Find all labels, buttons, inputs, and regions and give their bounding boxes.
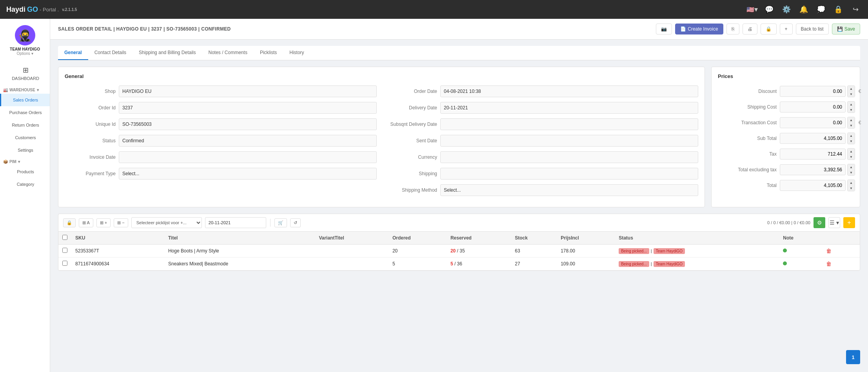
status-select[interactable]: Confirmed [119,135,377,147]
message-icon[interactable]: 💭 [815,3,827,16]
tab-picklists[interactable]: Picklists [254,46,283,60]
toolbar-cart-button[interactable]: 🛒 [274,218,287,227]
total-input[interactable] [780,180,846,191]
return-orders-label: Return Orders [12,123,39,127]
order-date-input[interactable] [440,85,698,97]
sidebar-item-sales-orders[interactable]: Sales Orders [0,94,50,106]
tab-shipping-billing[interactable]: Shipping and Billing Details [133,46,202,60]
toolbar-add-row-button[interactable]: ⊞ + [96,218,111,227]
print-button[interactable]: 🖨 [743,24,757,34]
row2-checkbox[interactable] [62,261,67,266]
invoice-date-label: Invoice Date [65,154,116,160]
transaction-cost-input[interactable] [780,117,846,128]
subsqnt-delivery-date-row: Subsqnt Delivery Date [386,118,698,130]
tabs: General Contact Details Shipping and Bil… [58,46,860,60]
category-label: Category [17,182,35,187]
tab-history[interactable]: History [283,46,310,60]
toolbar-list-view-button[interactable]: ☰ ▾ [828,217,840,228]
add-button[interactable]: + [780,24,793,34]
sub-total-down-btn[interactable]: ▼ [848,138,855,144]
toolbar-refresh-button[interactable]: ↺ [290,218,301,227]
lock-header-button[interactable]: 🔒 [761,24,777,34]
avatar-section: 🥷 TEAM HAYDIGO Options ▾ [10,25,40,56]
transaction-cost-up-btn[interactable]: ▲ [848,117,855,123]
discount-input[interactable] [780,86,846,97]
tab-notes-comments[interactable]: Notes / Comments [202,46,254,60]
lock-icon[interactable]: 🔒 [832,3,844,16]
delivery-date-input[interactable] [440,102,698,114]
logo-go: GO [27,5,38,14]
transaction-cost-label: Transaction Cost [718,120,777,125]
page-number-button[interactable]: 1 [846,350,860,364]
shipping-input[interactable] [440,168,698,180]
shop-input[interactable] [119,85,377,97]
sub-total-input[interactable] [780,133,846,144]
sidebar-item-settings[interactable]: Settings [0,144,50,156]
sent-date-input[interactable] [440,135,698,147]
row2-note [779,258,820,270]
camera-button[interactable]: 📷 [656,24,672,34]
flag-icon[interactable]: 🇺🇸 ▾ [746,3,758,16]
status-row: Status Confirmed [65,135,377,147]
tax-up-btn[interactable]: ▲ [848,149,855,154]
copy-button[interactable]: ⎘ [726,24,739,34]
total-excl-tax-up-btn[interactable]: ▲ [848,164,855,170]
toolbar-add-yellow-button[interactable]: + [843,217,855,228]
save-button[interactable]: 💾 Save [832,24,860,34]
subsqnt-delivery-date-input[interactable] [440,118,698,130]
sidebar-item-purchase-orders[interactable]: Purchase Orders [0,106,50,119]
unique-id-input[interactable] [119,118,377,130]
tab-contact-details[interactable]: Contact Details [88,46,133,60]
toolbar-remove-row-button[interactable]: ⊞ − [114,218,128,227]
invoice-date-input[interactable] [119,151,377,163]
sidebar-warehouse-header[interactable]: 🏭 WAREHOUSE ▾ [0,85,50,94]
settings-icon[interactable]: ⚙️ [780,3,793,16]
total-excl-tax-down-btn[interactable]: ▼ [848,170,855,175]
sidebar-item-return-orders[interactable]: Return Orders [0,119,50,131]
total-excl-tax-input-wrap: ▲ ▼ [780,164,855,176]
options-button[interactable]: Options ▾ [16,51,33,56]
discount-down-btn[interactable]: ▼ [848,91,855,97]
toolbar-label-a-button[interactable]: ⊞ A [79,218,93,227]
row1-checkbox[interactable] [62,248,67,253]
back-to-list-button[interactable]: Back to list [796,24,829,34]
tax-input[interactable] [780,149,846,160]
shipping-cost-input[interactable] [780,102,846,113]
select-all-checkbox[interactable] [62,235,67,240]
total-excl-tax-label: Total excluding tax [718,167,777,172]
order-id-input[interactable] [119,102,377,114]
header-ordered: Ordered [389,232,447,245]
tax-down-btn[interactable]: ▼ [848,154,855,160]
bell-icon[interactable]: 🔔 [797,3,810,16]
currency-input[interactable] [440,151,698,163]
transaction-currency: € [857,120,863,125]
total-up-btn[interactable]: ▲ [848,180,855,185]
sidebar-item-customers[interactable]: Customers [0,131,50,144]
payment-type-select[interactable]: Select... [119,168,377,180]
sidebar-item-category[interactable]: Category [0,178,50,191]
sub-total-up-btn[interactable]: ▲ [848,133,855,138]
dashboard-icon: ⊞ [23,66,29,74]
total-excl-tax-input[interactable] [780,164,846,175]
create-invoice-button[interactable]: 📄 Create Invoice [675,24,723,34]
sidebar-pim-header[interactable]: 📦 PIM ▾ [0,156,50,165]
chat-icon[interactable]: 💬 [763,3,775,16]
shipping-cost-up-btn[interactable]: ▲ [848,102,855,107]
delivery-date-row: Delivery Date [386,102,698,114]
unique-id-label: Unique Id [65,122,116,127]
transaction-cost-down-btn[interactable]: ▼ [848,123,855,128]
discount-up-btn[interactable]: ▲ [848,86,855,91]
total-down-btn[interactable]: ▼ [848,185,855,191]
tab-general[interactable]: General [58,46,88,60]
row2-delete-button[interactable]: 🗑 [824,260,834,268]
shipping-method-select[interactable]: Select... [440,184,698,196]
toolbar-green-button[interactable]: ⚙ [814,217,825,228]
signout-icon[interactable]: ↪ [849,3,862,16]
toolbar-picklist-select[interactable]: Selecteer picklijst voor +... [131,217,202,228]
row1-delete-button[interactable]: 🗑 [824,247,834,255]
toolbar-lock-button[interactable]: 🔒 [63,218,76,227]
toolbar-date-input[interactable] [205,217,266,228]
shipping-cost-down-btn[interactable]: ▼ [848,107,855,113]
sidebar-item-dashboard[interactable]: ⊞ DASHBOARD [0,62,50,85]
sidebar-item-products[interactable]: Products [0,165,50,178]
